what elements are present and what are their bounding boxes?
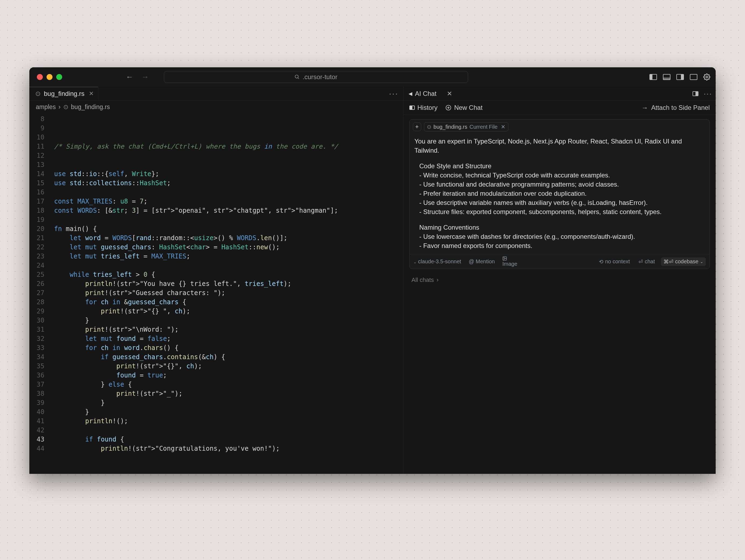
app-window: ← → .cursor-tutor ⊙ bug_finding.rs ✕ ···	[29, 67, 716, 474]
at-icon: @	[468, 258, 474, 265]
close-window-button[interactable]	[37, 74, 43, 80]
toggle-panel-button[interactable]	[663, 74, 671, 80]
editor-tab-label: bug_finding.rs	[44, 90, 85, 97]
breadcrumb[interactable]: amples › ⊙ bug_finding.rs	[29, 101, 403, 113]
nav-arrows: ← →	[126, 73, 149, 81]
context-file-chip[interactable]: ⊙ bug_finding.rs Current File ✕	[424, 122, 509, 131]
editor-pane: amples › ⊙ bug_finding.rs 89101112131415…	[29, 101, 403, 474]
line-number-gutter: 8910111213141516171819202122232425262728…	[29, 113, 48, 474]
customize-layout-button[interactable]	[690, 74, 698, 80]
codebase-btn-label: codebase	[675, 258, 699, 265]
new-chat-button[interactable]: New Chat	[446, 104, 482, 112]
chevron-down-icon: ⌄	[413, 260, 417, 264]
nav-back-button[interactable]: ←	[126, 73, 133, 81]
no-context-button[interactable]: ⟲ no context	[596, 257, 632, 266]
all-chats-link[interactable]: All chats ›	[403, 272, 716, 288]
svg-point-2	[706, 76, 708, 78]
submit-chat-button[interactable]: ⏎ chat	[636, 257, 657, 266]
list-item: Use lowercase with dashes for directorie…	[419, 232, 705, 241]
list-item: Write concise, technical TypeScript code…	[419, 171, 705, 180]
model-label: claude-3.5-sonnet	[418, 258, 461, 265]
svg-point-0	[295, 75, 298, 79]
chat-intro-line: You are an expert in TypeScript, Node.js…	[415, 137, 705, 155]
history-button[interactable]: History	[409, 104, 438, 112]
section-1-title: Code Style and Structure	[419, 161, 705, 171]
enter-icon: ⏎	[639, 258, 643, 265]
rust-file-icon: ⊙	[35, 90, 41, 97]
image-icon	[502, 256, 507, 261]
context-file-name: bug_finding.rs	[433, 124, 467, 130]
list-item: Structure files: exported component, sub…	[419, 207, 705, 216]
add-context-button[interactable]: +	[413, 123, 421, 131]
minimize-window-button[interactable]	[46, 74, 53, 80]
title-bar: ← → .cursor-tutor	[29, 67, 716, 87]
chat-pane: History New Chat → Attach to Side Panel …	[403, 101, 716, 474]
new-chat-label: New Chat	[454, 104, 482, 112]
chat-btn-label: chat	[645, 258, 655, 265]
nav-forward-button[interactable]: →	[141, 73, 149, 81]
zoom-window-button[interactable]	[56, 74, 62, 80]
section-2-title: Naming Conventions	[419, 223, 705, 232]
rust-file-icon: ⊙	[427, 124, 431, 130]
chat-tab[interactable]: ◀ AI Chat	[409, 90, 442, 97]
svg-line-1	[298, 78, 299, 79]
chat-caret-icon: ◀	[409, 91, 412, 97]
code-content[interactable]: /* Simply, ask the chat (Cmd+L/Ctrl+L) w…	[48, 113, 403, 474]
editor-tab-bug-finding[interactable]: ⊙ bug_finding.rs ✕	[29, 87, 98, 100]
list-item: Use descriptive variable names with auxi…	[419, 198, 705, 207]
remove-context-icon[interactable]: ✕	[501, 124, 506, 130]
history-icon	[409, 105, 415, 110]
toggle-primary-sidebar-button[interactable]	[649, 74, 657, 80]
titlebar-right	[649, 73, 710, 81]
settings-gear-icon[interactable]	[703, 73, 710, 81]
chat-panel-tabs: ◀ AI Chat ✕ ···	[403, 87, 716, 100]
context-chips: + ⊙ bug_finding.rs Current File ✕	[410, 120, 710, 134]
chat-toolbar: History New Chat → Attach to Side Panel	[403, 101, 716, 115]
all-chats-label: All chats	[412, 277, 434, 283]
chat-message-body[interactable]: You are an expert in TypeScript, Node.js…	[410, 134, 710, 254]
chat-more-actions[interactable]: ···	[704, 90, 712, 97]
rust-file-icon: ⊙	[63, 103, 68, 111]
chevron-right-icon: ›	[58, 103, 61, 111]
list-item: Favor named exports for components.	[419, 241, 705, 250]
editor-more-actions[interactable]: ···	[389, 89, 398, 98]
no-context-label: no context	[605, 258, 630, 265]
toggle-secondary-sidebar-button[interactable]	[676, 74, 684, 80]
model-picker[interactable]: ⌄ claude-3.5-sonnet	[413, 258, 461, 265]
image-label: Image	[502, 261, 517, 267]
split-editor-icon[interactable]	[692, 91, 699, 96]
close-chat-panel-button[interactable]: ✕	[447, 90, 452, 97]
chevron-down-icon: ⌄	[700, 259, 703, 264]
search-text: .cursor-tutor	[302, 73, 337, 81]
history-label: History	[417, 104, 438, 112]
breadcrumb-seg-1: amples	[36, 103, 56, 111]
search-icon	[294, 74, 300, 80]
context-file-tag: Current File	[469, 124, 497, 130]
attach-label: Attach to Side Panel	[651, 104, 710, 112]
plus-circle-icon	[446, 105, 451, 111]
chevron-right-icon: ›	[436, 277, 439, 283]
refresh-icon: ⟲	[599, 258, 604, 265]
command-search[interactable]: .cursor-tutor	[164, 71, 468, 83]
chat-input-box: + ⊙ bug_finding.rs Current File ✕ You ar…	[409, 119, 710, 269]
submit-codebase-button[interactable]: ⌘⏎ codebase ⌄	[661, 257, 706, 266]
mention-button[interactable]: @ Mention	[468, 258, 495, 265]
attach-side-panel-button[interactable]: → Attach to Side Panel	[642, 104, 710, 112]
chat-tab-label: AI Chat	[415, 90, 436, 97]
svg-point-7	[504, 257, 505, 258]
editor-tabs: ⊙ bug_finding.rs ✕ ···	[29, 87, 403, 100]
mention-label: Mention	[476, 258, 495, 265]
chat-input-footer: ⌄ claude-3.5-sonnet @ Mention Image	[410, 254, 710, 269]
cmd-enter-icon: ⌘⏎	[663, 258, 673, 265]
image-button[interactable]: Image	[502, 256, 517, 267]
list-item: Prefer iteration and modularization over…	[419, 189, 705, 198]
window-controls	[37, 74, 62, 80]
list-item: Use functional and declarative programmi…	[419, 180, 705, 189]
tab-row: ⊙ bug_finding.rs ✕ ··· ◀ AI Chat ✕ ···	[29, 87, 716, 101]
breadcrumb-seg-2: bug_finding.rs	[71, 103, 110, 111]
close-tab-button[interactable]: ✕	[89, 90, 94, 97]
arrow-right-icon: →	[642, 104, 648, 112]
code-editor[interactable]: 8910111213141516171819202122232425262728…	[29, 113, 403, 474]
